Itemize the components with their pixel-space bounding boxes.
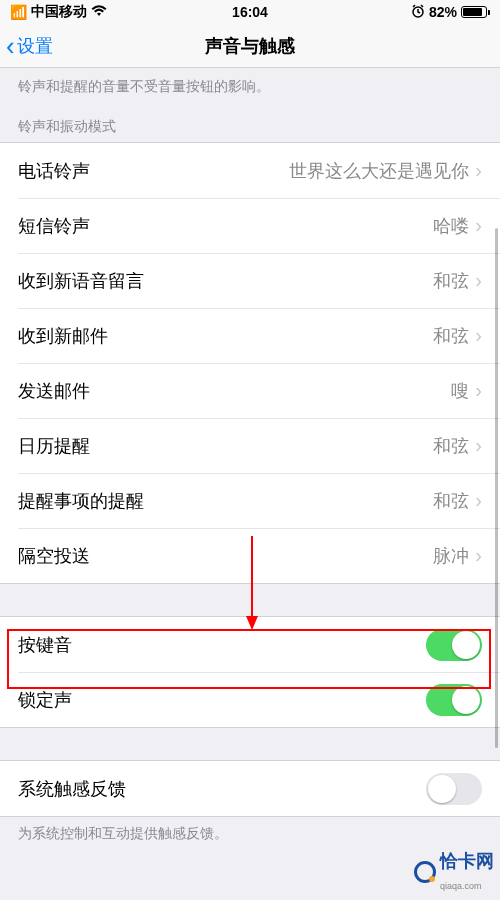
row-label: 按键音: [18, 633, 72, 657]
section-header-ringtone: 铃声和振动模式: [0, 110, 500, 142]
status-bar: 📶 中国移动 16:04 82%: [0, 0, 500, 24]
chevron-right-icon: ›: [475, 544, 482, 567]
system-haptics-toggle[interactable]: [426, 773, 482, 805]
status-right: 82%: [411, 4, 490, 21]
row-label: 短信铃声: [18, 214, 90, 238]
signal-icon: 📶: [10, 4, 27, 20]
row-reminder-alert[interactable]: 提醒事项的提醒 和弦 ›: [0, 473, 500, 528]
row-new-mail[interactable]: 收到新邮件 和弦 ›: [0, 308, 500, 363]
watermark-icon: [414, 861, 436, 883]
row-airdrop[interactable]: 隔空投送 脉冲 ›: [0, 528, 500, 583]
volume-note: 铃声和提醒的音量不受音量按钮的影响。: [0, 68, 500, 110]
wifi-icon: [91, 4, 107, 20]
chevron-right-icon: ›: [475, 489, 482, 512]
row-label: 收到新邮件: [18, 324, 108, 348]
row-value: 脉冲: [433, 544, 469, 568]
row-label: 电话铃声: [18, 159, 90, 183]
row-keyboard-clicks: 按键音: [0, 617, 500, 672]
nav-bar: ‹ 设置 声音与触感: [0, 24, 500, 68]
row-sent-mail[interactable]: 发送邮件 嗖 ›: [0, 363, 500, 418]
row-value: 和弦: [433, 434, 469, 458]
haptics-note: 为系统控制和互动提供触感反馈。: [0, 817, 500, 851]
row-value: 和弦: [433, 324, 469, 348]
chevron-right-icon: ›: [475, 379, 482, 402]
row-value: 世界这么大还是遇见你: [289, 159, 469, 183]
alarm-icon: [411, 4, 425, 21]
battery-percent: 82%: [429, 4, 457, 20]
row-value: 和弦: [433, 489, 469, 513]
chevron-right-icon: ›: [475, 159, 482, 182]
row-label: 锁定声: [18, 688, 72, 712]
row-label: 隔空投送: [18, 544, 90, 568]
row-value: 嗖: [451, 379, 469, 403]
row-lock-sound: 锁定声: [0, 672, 500, 727]
sounds-switch-group: 按键音 锁定声: [0, 616, 500, 728]
page-title: 声音与触感: [205, 34, 295, 58]
row-voicemail[interactable]: 收到新语音留言 和弦 ›: [0, 253, 500, 308]
watermark-sub: qiaqa.com: [440, 881, 482, 891]
carrier-label: 中国移动: [31, 3, 87, 21]
row-phone-ringtone[interactable]: 电话铃声 世界这么大还是遇见你 ›: [0, 143, 500, 198]
row-value: 哈喽: [433, 214, 469, 238]
row-label: 收到新语音留言: [18, 269, 144, 293]
chevron-right-icon: ›: [475, 434, 482, 457]
row-label: 提醒事项的提醒: [18, 489, 144, 513]
back-button[interactable]: ‹ 设置: [0, 33, 53, 59]
status-time: 16:04: [232, 4, 268, 20]
status-left: 📶 中国移动: [10, 3, 107, 21]
battery-icon: [461, 6, 490, 18]
scrollbar[interactable]: [495, 228, 498, 748]
watermark-text: 恰卡网: [440, 851, 494, 871]
keyboard-clicks-toggle[interactable]: [426, 629, 482, 661]
row-calendar-alert[interactable]: 日历提醒 和弦 ›: [0, 418, 500, 473]
chevron-right-icon: ›: [475, 214, 482, 237]
content: 铃声和提醒的音量不受音量按钮的影响。 铃声和振动模式 电话铃声 世界这么大还是遇…: [0, 68, 500, 851]
row-value: 和弦: [433, 269, 469, 293]
row-label: 日历提醒: [18, 434, 90, 458]
row-system-haptics: 系统触感反馈: [0, 761, 500, 816]
chevron-right-icon: ›: [475, 324, 482, 347]
chevron-left-icon: ‹: [6, 33, 15, 59]
haptics-group: 系统触感反馈: [0, 760, 500, 817]
lock-sound-toggle[interactable]: [426, 684, 482, 716]
back-label: 设置: [17, 34, 53, 58]
ringtone-group: 电话铃声 世界这么大还是遇见你 › 短信铃声 哈喽 › 收到新语音留言 和弦 ›…: [0, 142, 500, 584]
row-text-tone[interactable]: 短信铃声 哈喽 ›: [0, 198, 500, 253]
row-label: 发送邮件: [18, 379, 90, 403]
watermark: 恰卡网 qiaqa.com: [414, 849, 494, 894]
chevron-right-icon: ›: [475, 269, 482, 292]
row-label: 系统触感反馈: [18, 777, 126, 801]
